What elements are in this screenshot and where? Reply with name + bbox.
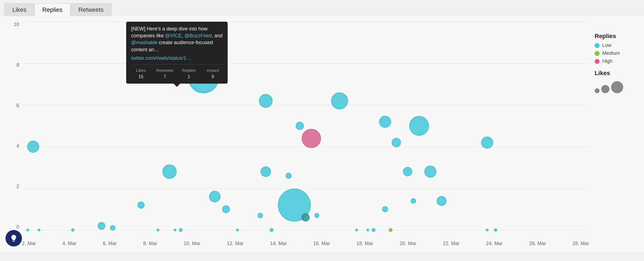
x-label-6mar: 6. Mar <box>103 241 117 246</box>
bubble-2[interactable] <box>26 229 29 231</box>
bubble-35[interactable] <box>494 228 497 232</box>
tooltip-stat-retweets: Retweets 7 <box>155 67 175 80</box>
tooltip-mention1[interactable]: @VICE <box>165 33 182 38</box>
legend: Replies Low Medium High Likes <box>595 33 639 93</box>
bubble-13[interactable] <box>222 205 230 213</box>
bubble-21[interactable] <box>296 122 304 130</box>
tooltip-text: [NEW] Here's a deep dive into how compan… <box>131 25 223 53</box>
legend-size-large <box>611 81 623 93</box>
legend-item-low: Low <box>595 42 639 48</box>
y-label-10: 10 <box>8 22 19 27</box>
lightbulb-icon <box>10 234 18 242</box>
bubble-20[interactable] <box>286 173 292 179</box>
x-label-22mar: 22. Mar <box>443 241 459 246</box>
legend-circle-low <box>595 43 600 48</box>
tooltip-stat-impact: Impact 0 <box>203 67 223 80</box>
bubble-25[interactable] <box>392 138 401 147</box>
legend-replies-title: Replies <box>595 33 639 40</box>
bubble-pink[interactable] <box>302 129 321 148</box>
y-axis: 10 8 6 4 2 0 <box>8 22 19 230</box>
bubble-7[interactable] <box>137 202 145 209</box>
legend-circle-medium <box>595 51 600 56</box>
lightbulb-button[interactable] <box>5 230 22 246</box>
tooltip-mention2[interactable]: @BuzzFeed <box>184 33 211 38</box>
bubble-30[interactable] <box>403 167 412 176</box>
bubble-23[interactable] <box>366 229 369 231</box>
bubble-3[interactable] <box>38 229 40 231</box>
bubble-28[interactable] <box>409 116 429 136</box>
bubble-32[interactable] <box>411 198 416 204</box>
tooltip-stat-likes: Likes 15 <box>131 67 151 80</box>
x-label-20mar: 20. Mar <box>400 241 416 246</box>
x-label-28mar: 28. Mar <box>572 241 589 246</box>
bubble-34[interactable] <box>486 229 488 231</box>
x-label-12mar: 12. Mar <box>227 241 244 246</box>
bubble-36[interactable] <box>331 92 348 109</box>
x-label-14mar: 14. Mar <box>270 241 287 246</box>
bubble-24[interactable] <box>379 116 391 128</box>
bubble-15[interactable] <box>259 94 273 108</box>
tooltip-mention3[interactable]: @mashable <box>131 40 157 45</box>
bubble-17[interactable] <box>258 213 263 218</box>
bubble-22[interactable] <box>355 229 358 231</box>
bubble-4[interactable] <box>71 228 75 232</box>
bubble-19[interactable] <box>314 213 319 218</box>
legend-likes-title: Likes <box>595 70 639 77</box>
bubble-10[interactable] <box>174 229 176 231</box>
legend-label-high: High <box>602 58 612 64</box>
bubble-6[interactable] <box>110 225 115 231</box>
legend-label-low: Low <box>602 42 611 48</box>
legend-circle-high <box>595 59 600 64</box>
legend-size-row <box>595 81 639 93</box>
legend-item-medium: Medium <box>595 50 639 56</box>
x-label-16mar: 16. Mar <box>313 241 330 246</box>
bubble-5[interactable] <box>98 222 105 230</box>
bubble-11[interactable] <box>179 228 183 232</box>
bubble-8[interactable] <box>162 164 177 179</box>
bubble-dark-1[interactable] <box>301 213 310 222</box>
x-axis: 2. Mar 4. Mar 6. Mar 8. Mar 10. Mar 12. … <box>22 241 589 246</box>
bubble-26[interactable] <box>382 206 388 212</box>
tooltip-link[interactable]: twitter.com/i/web/status/1… <box>131 55 223 62</box>
bubble-9[interactable] <box>157 229 159 231</box>
tab-likes[interactable]: Likes <box>4 3 34 16</box>
bubble-12[interactable] <box>209 191 221 202</box>
y-label-6: 6 <box>8 103 19 109</box>
x-label-10mar: 10. Mar <box>184 241 200 246</box>
bubble-27[interactable] <box>372 228 375 232</box>
tooltip: [NEW] Here's a deep dive into how compan… <box>126 22 228 84</box>
bubbles-container <box>22 22 589 230</box>
x-label-18mar: 18. Mar <box>357 241 373 246</box>
bubble-1[interactable] <box>27 141 39 153</box>
y-label-0: 0 <box>8 224 19 230</box>
y-label-8: 8 <box>8 62 19 68</box>
tooltip-stat-replies: Replies 1 <box>179 67 199 80</box>
bubble-16[interactable] <box>261 166 271 177</box>
chart-area: 10 8 6 4 2 0 <box>0 16 644 252</box>
legend-label-medium: Medium <box>602 50 620 56</box>
tab-replies[interactable]: Replies <box>34 3 70 16</box>
x-label-26mar: 26. Mar <box>529 241 546 246</box>
bubble-29[interactable] <box>424 166 436 178</box>
x-label-2mar: 2. Mar <box>22 241 36 246</box>
bubble-18[interactable] <box>270 228 273 232</box>
y-label-4: 4 <box>8 143 19 149</box>
tabs-bar: Likes Replies Retweets <box>0 0 644 16</box>
x-label-24mar: 24. Mar <box>486 241 503 246</box>
bubble-33[interactable] <box>481 137 493 149</box>
legend-size-medium <box>601 85 609 93</box>
y-label-2: 2 <box>8 184 19 189</box>
bubble-14[interactable] <box>236 229 239 231</box>
legend-item-high: High <box>595 58 639 64</box>
tab-retweets[interactable]: Retweets <box>70 3 112 16</box>
bubble-31[interactable] <box>437 196 447 206</box>
x-label-4mar: 4. Mar <box>62 241 76 246</box>
legend-size-small <box>595 88 600 93</box>
tooltip-stats: Likes 15 Retweets 7 Replies 1 Impact 0 <box>131 64 223 80</box>
grid-line-0 <box>22 230 589 230</box>
x-label-8mar: 8. Mar <box>143 241 157 246</box>
bubble-green[interactable] <box>389 228 392 232</box>
